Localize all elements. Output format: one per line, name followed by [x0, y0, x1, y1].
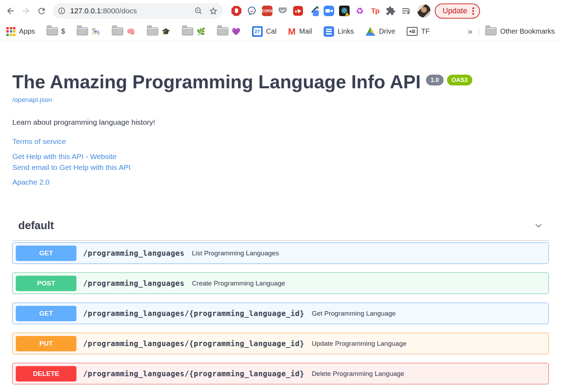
cal-icon: 27: [252, 26, 263, 37]
back-button[interactable]: [3, 3, 18, 19]
endpoint-summary: Get Programming Language: [312, 310, 396, 317]
playlist-music-icon: [401, 6, 411, 16]
terms-of-service-link[interactable]: Terms of service: [12, 137, 549, 146]
method-badge: POST: [16, 276, 76, 291]
method-badge: GET: [16, 246, 76, 261]
endpoint-path: /programming_languages/{programming_lang…: [83, 370, 304, 378]
url-path: 8000/docs: [103, 7, 137, 15]
react-devtools-extension-icon[interactable]: [337, 3, 352, 19]
bookmark-label: Other Bookmarks: [500, 27, 555, 35]
bookmark-label: TF: [421, 27, 430, 35]
folder-icon: [182, 27, 193, 35]
operation-row[interactable]: POST /programming_languages Create Progr…: [12, 273, 549, 294]
bookmark-other-bookmarks[interactable]: Other Bookmarks: [485, 27, 555, 35]
page-title: The Amazing Programming Language Info AP…: [12, 72, 549, 92]
folder-icon: [77, 27, 88, 35]
eyedropper-icon: [308, 6, 319, 16]
cors-extension-icon[interactable]: CORS: [259, 3, 275, 19]
default-tag-section: default GET /programming_languages List …: [12, 219, 549, 384]
operation-row[interactable]: GET /programming_languages List Programm…: [12, 242, 549, 264]
forward-button[interactable]: [18, 3, 34, 19]
bookmark-item[interactable]: 🌿: [182, 27, 205, 36]
contact-website-link[interactable]: Get Help with this API - Website: [12, 152, 549, 161]
method-badge: DELETE: [16, 366, 76, 381]
gmail-icon: [288, 27, 296, 36]
color-picker-extension-icon[interactable]: [306, 3, 321, 19]
endpoint-summary: Create Programming Language: [192, 280, 285, 287]
extensions-row: CORS Tp: [229, 3, 414, 19]
oas3-badge: OAS3: [447, 75, 472, 85]
bookmark-label: Links: [338, 27, 354, 35]
apps-grid-icon: [6, 27, 15, 36]
section-title: default: [18, 219, 54, 232]
pocket-extension-icon[interactable]: [275, 3, 290, 19]
bookmark-item[interactable]: $: [47, 27, 65, 35]
endpoint-path: /programming_languages/{programming_lang…: [83, 309, 304, 318]
bookmark-item[interactable]: 💜: [217, 27, 241, 36]
endpoint-path: /programming_languages/{programming_lang…: [83, 339, 304, 348]
bookmark-item[interactable]: 🧠: [112, 27, 135, 36]
atom-icon: [339, 6, 350, 16]
contact-email-link[interactable]: Send email to Get Help with this API: [12, 163, 549, 172]
chrome-update-button[interactable]: Update: [435, 4, 480, 19]
bookmarks-list: $ 🎠 🧠 🎓 🌿 💜 27 Cal Mail Links Drive: [47, 26, 441, 37]
forward-arrow-icon: [21, 6, 31, 16]
address-bar[interactable]: 127.0.0.1:8000/docs: [53, 3, 223, 19]
recycle-extension-icon[interactable]: [352, 3, 367, 19]
adblock-extension-icon[interactable]: [229, 3, 244, 19]
bookmark-apps[interactable]: Apps: [6, 27, 35, 36]
operation-row[interactable]: DELETE /programming_languages/{programmi…: [12, 363, 549, 384]
bookmark-item[interactable]: Mail: [288, 27, 312, 36]
reload-icon: [37, 6, 46, 16]
tp-logo: Tp: [371, 7, 379, 15]
chevron-down-icon[interactable]: [534, 221, 543, 230]
speech-bubble-icon: [246, 6, 257, 16]
bookmark-item[interactable]: Links: [324, 26, 354, 37]
license-link[interactable]: Apache 2.0: [12, 178, 549, 186]
bookmark-label: 🎓: [162, 27, 170, 36]
openapi-spec-link[interactable]: /openapi.json: [12, 96, 52, 104]
bookmarks-overflow-chevron[interactable]: »: [468, 27, 472, 36]
operation-row[interactable]: PUT /programming_languages/{programming_…: [12, 333, 549, 354]
extensions-menu-button[interactable]: [383, 3, 398, 19]
section-header[interactable]: default: [12, 219, 549, 241]
browser-toolbar: 127.0.0.1:8000/docs CORS Tp: [0, 0, 561, 22]
cors-badge: CORS: [262, 6, 272, 16]
page-info-icon[interactable]: [58, 7, 66, 15]
api-title-text: The Amazing Programming Language Info AP…: [12, 72, 421, 92]
bookmark-star-icon[interactable]: [209, 6, 218, 16]
bookmark-label: 💜: [232, 27, 241, 36]
swagger-page: The Amazing Programming Language Info AP…: [0, 72, 561, 384]
endpoint-summary: Delete Programming Language: [312, 370, 404, 378]
zoom-out-icon[interactable]: [194, 6, 203, 15]
red-arrow-icon: [293, 6, 303, 16]
endpoint-path: /programming_languages: [83, 279, 184, 288]
bookmark-item[interactable]: TF: [407, 27, 430, 36]
folder-icon: [217, 27, 228, 35]
bookmark-item[interactable]: Drive: [366, 27, 396, 36]
endpoint-path: /programming_languages: [83, 249, 184, 257]
update-label: Update: [442, 6, 467, 15]
zoom-extension-icon[interactable]: [321, 3, 337, 19]
chat-extension-icon[interactable]: [244, 3, 259, 19]
reload-button[interactable]: [34, 3, 49, 19]
share-extension-icon[interactable]: [290, 3, 306, 19]
bookmarks-right-group: » Other Bookmarks: [468, 27, 555, 36]
bookmark-item[interactable]: 🎓: [147, 27, 170, 36]
operations-list: GET /programming_languages List Programm…: [12, 241, 549, 384]
url-text[interactable]: 127.0.0.1:8000/docs: [70, 7, 194, 15]
bookmark-label: Drive: [379, 27, 396, 35]
endpoint-summary: Update Programming Language: [312, 340, 406, 348]
operation-row[interactable]: GET /programming_languages/{programming_…: [12, 303, 549, 324]
calendar-day: 27: [254, 28, 261, 35]
kebab-menu-icon: [472, 10, 474, 12]
media-queue-button[interactable]: [398, 3, 414, 19]
profile-avatar[interactable]: [417, 4, 431, 18]
pocket-shield-icon: [277, 6, 288, 16]
bookmark-item[interactable]: 🎠: [77, 27, 100, 36]
stop-hand-icon: [231, 6, 242, 16]
bookmark-item[interactable]: 27 Cal: [252, 26, 277, 37]
drive-icon: [366, 27, 376, 36]
tp-extension-icon[interactable]: Tp: [367, 3, 383, 19]
warning-triangle-icon: [345, 12, 349, 16]
